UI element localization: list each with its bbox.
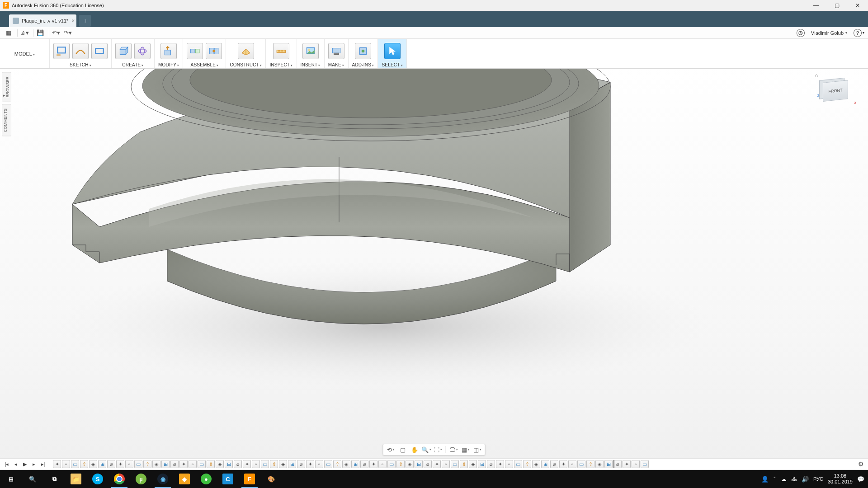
timeline-feature[interactable]: ◈ [279,460,287,468]
ribbon-label[interactable]: CONSTRUCT [230,62,262,67]
ribbon-label[interactable]: SELECT [382,62,402,67]
timeline-feature[interactable]: ⇧ [460,460,468,468]
timeline-feature[interactable]: ⊞ [98,460,106,468]
3d-print-button[interactable] [328,43,344,59]
chrome-button[interactable] [108,470,130,488]
timeline-feature[interactable]: ◈ [406,460,414,468]
timeline-feature[interactable]: ✦ [116,460,124,468]
undo-button[interactable]: ↶▾ [51,28,61,38]
new-tab-button[interactable]: + [79,15,91,27]
timeline-feature[interactable]: ◈ [152,460,160,468]
timeline-feature[interactable]: ▭ [641,460,649,468]
orbit-button[interactable]: ⟲ [386,445,396,454]
timeline-feature[interactable]: ◈ [469,460,477,468]
document-tab[interactable]: Plaque_in...v v1 v11* × [9,14,76,27]
fit-button[interactable]: ⛶ [433,445,443,454]
task-view-button[interactable]: ⧉ [43,470,65,488]
timeline-feature[interactable]: ⊞ [225,460,233,468]
search-button[interactable]: 🔍 [22,470,43,488]
timeline-feature[interactable]: ✦ [53,460,61,468]
user-menu[interactable]: Vladimir Golub [811,30,847,36]
timeline-feature[interactable]: ✦ [433,460,441,468]
timeline-feature[interactable]: ⇧ [586,460,594,468]
select-button[interactable] [384,43,401,59]
timeline-feature[interactable]: ⇧ [396,460,405,468]
viewport-layout-button[interactable]: ◫ [472,445,482,454]
timeline-feature[interactable]: ◈ [89,460,97,468]
timeline-feature[interactable]: ▭ [134,460,142,468]
language-indicator[interactable]: РУС [813,476,823,482]
timeline-feature[interactable]: ⇧ [143,460,151,468]
timeline-feature[interactable]: ▫ [632,460,640,468]
minimize-button[interactable]: — [806,0,826,11]
timeline-feature[interactable]: ⊞ [288,460,296,468]
new-sketch-button[interactable] [53,43,70,59]
fusion360-taskbar-button[interactable]: F [239,470,260,488]
timeline-feature[interactable]: ⌀ [550,460,558,468]
timeline-feature[interactable]: ⇧ [207,460,215,468]
timeline-feature[interactable]: ▭ [514,460,522,468]
addins-button[interactable] [355,43,371,59]
timeline-feature[interactable]: ✦ [243,460,251,468]
ribbon-label[interactable]: MODIFY [158,62,179,67]
timeline-feature[interactable]: ✦ [369,460,377,468]
timeline-feature[interactable]: ✦ [306,460,314,468]
timeline-feature[interactable]: ⊞ [351,460,359,468]
view-cube[interactable]: ⌂ FRONT z x [816,73,854,111]
timeline-feature[interactable]: ⊞ [604,460,613,468]
timeline-feature[interactable]: ▫ [568,460,576,468]
timeline-feature[interactable]: ✦ [496,460,504,468]
timeline-feature[interactable]: ⌀ [234,460,242,468]
view-cube-face[interactable]: FRONT [823,80,848,102]
start-button[interactable]: ⊞ [0,470,22,488]
timeline-feature[interactable]: ◈ [342,460,350,468]
display-settings-button[interactable]: 🖵 [449,445,459,454]
timeline-feature[interactable]: ✦ [179,460,188,468]
notifications-icon[interactable]: 💬 [857,476,864,483]
data-panel-button[interactable]: ▦ [4,28,14,38]
zoom-button[interactable]: 🔍 [421,445,431,454]
updates-button[interactable]: ◷ [797,29,805,37]
timeline-feature[interactable]: ⌀ [487,460,495,468]
timeline-feature[interactable]: ▭ [198,460,206,468]
timeline-feature[interactable]: ✦ [623,460,631,468]
timeline-feature[interactable]: ▭ [451,460,459,468]
browser-panel-tab[interactable]: ▸BROWSER [2,72,11,102]
timeline-feature[interactable]: ◈ [595,460,604,468]
timeline-feature[interactable]: ▫ [62,460,70,468]
redo-button[interactable]: ↷▾ [63,28,73,38]
grid-settings-button[interactable]: ▦ [461,445,471,454]
ribbon-label[interactable]: CREATE [122,62,143,67]
tray-chevron-icon[interactable]: ˄ [773,476,776,483]
timeline-feature[interactable]: ▫ [252,460,260,468]
timeline-feature[interactable]: ⇧ [270,460,278,468]
ribbon-label[interactable]: INSPECT [269,62,292,67]
ribbon-label[interactable]: ADD-INS [352,62,374,67]
ribbon-label[interactable]: SKETCH [70,62,91,67]
timeline-feature[interactable]: ⊞ [161,460,170,468]
as-built-joint-button[interactable] [206,43,222,59]
construction-plane-button[interactable] [238,43,254,59]
timeline-settings-button[interactable]: ⚙ [856,460,865,469]
revolve-button[interactable] [134,43,151,59]
people-icon[interactable]: 👤 [761,476,769,483]
onedrive-icon[interactable]: ☁ [781,476,787,483]
paint-button[interactable]: 🎨 [260,470,282,488]
timeline-start-button[interactable]: |◂ [3,460,11,468]
timeline-feature[interactable]: ▫ [442,460,450,468]
timeline-feature[interactable]: ▭ [324,460,332,468]
ribbon-label[interactable]: INSERT [301,62,321,67]
ribbon-label[interactable]: MAKE [328,62,344,67]
timeline-features[interactable]: ✦▫▭⇧◈⊞⌀✦▫▭⇧◈⊞⌀✦▫▭⇧◈⊞⌀✦▫▭⇧◈⊞⌀✦▫▭⇧◈⊞⌀✦▫▭⇧◈… [53,460,853,468]
network-icon[interactable]: 🖧 [791,476,797,483]
joint-button[interactable] [187,43,203,59]
timeline-feature[interactable]: ▭ [71,460,79,468]
line-tool-button[interactable] [72,43,89,59]
extrude-button[interactable] [115,43,132,59]
timeline-feature[interactable]: ◈ [216,460,224,468]
timeline-feature[interactable]: ▫ [189,460,197,468]
look-at-button[interactable]: ▢ [398,445,408,454]
workspace-switcher[interactable]: MODEL [0,39,50,68]
timeline-feature[interactable]: ▭ [577,460,585,468]
press-pull-button[interactable] [160,43,177,59]
